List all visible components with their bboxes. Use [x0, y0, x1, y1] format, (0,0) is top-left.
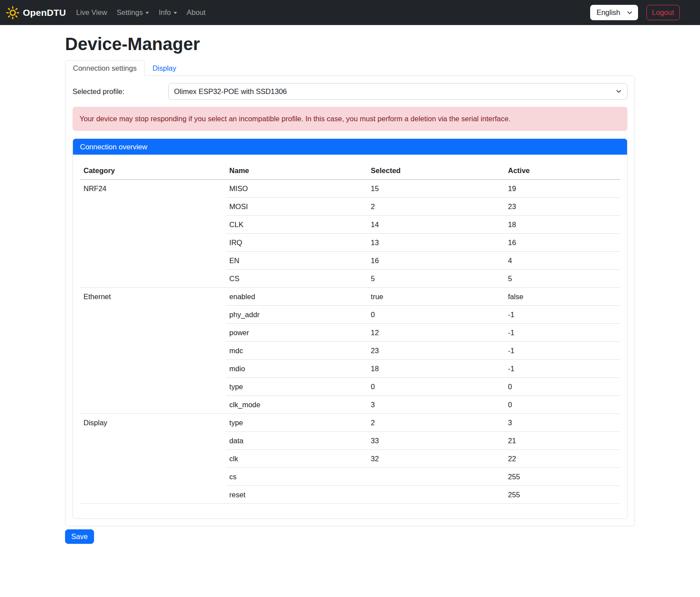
- name-cell: clk: [226, 450, 367, 468]
- active-cell: -1: [504, 342, 620, 360]
- selected-cell: [367, 468, 504, 486]
- name-cell: clk_mode: [226, 396, 367, 414]
- profile-select-value: Olimex ESP32-POE with SSD1306: [174, 87, 616, 96]
- name-cell: MOSI: [226, 198, 367, 216]
- chevron-down-icon: [627, 10, 633, 16]
- page-title: Device-Manager: [65, 34, 635, 54]
- main-container: Device-Manager Connection settings Displ…: [65, 34, 635, 544]
- column-header: Category: [80, 162, 226, 180]
- active-cell: 255: [504, 468, 620, 486]
- name-cell: EN: [226, 252, 367, 270]
- selected-cell: 16: [367, 252, 504, 270]
- nav-item-settings[interactable]: Settings: [112, 5, 154, 20]
- tab-bar: Connection settings Display: [65, 60, 635, 76]
- name-cell: enabled: [226, 288, 367, 306]
- connection-overview-header: Connection overview: [73, 139, 627, 155]
- active-cell: 0: [504, 396, 620, 414]
- active-cell: 4: [504, 252, 620, 270]
- selected-cell: 2: [367, 414, 504, 432]
- sun-icon: [6, 6, 19, 19]
- name-cell: mdio: [226, 360, 367, 378]
- table-header-row: CategoryNameSelectedActive: [80, 162, 620, 180]
- brand[interactable]: OpenDTU: [6, 6, 66, 19]
- selected-cell: 0: [367, 378, 504, 396]
- active-cell: -1: [504, 324, 620, 342]
- logout-button[interactable]: Logout: [646, 5, 680, 20]
- chevron-down-icon: [616, 88, 622, 94]
- danger-alert: Your device may stop responding if you s…: [73, 107, 627, 131]
- selected-cell: 13: [367, 234, 504, 252]
- selected-cell: 15: [367, 180, 504, 198]
- name-cell: IRQ: [226, 234, 367, 252]
- name-cell: MISO: [226, 180, 367, 198]
- dropdown-caret-icon: [174, 12, 177, 14]
- save-button[interactable]: Save: [65, 529, 94, 544]
- selected-cell: 32: [367, 450, 504, 468]
- nav-item-label: Info: [159, 8, 171, 17]
- profile-row: Selected profile: Olimex ESP32-POE with …: [73, 83, 627, 100]
- active-cell: 18: [504, 216, 620, 234]
- language-select[interactable]: English: [590, 5, 638, 20]
- profile-label: Selected profile:: [73, 87, 168, 96]
- nav-item-info[interactable]: Info: [154, 5, 182, 20]
- name-cell: reset: [226, 486, 367, 504]
- nav-item-about[interactable]: About: [182, 5, 210, 20]
- tab-display[interactable]: Display: [145, 60, 184, 76]
- nav-item-label: About: [187, 8, 206, 17]
- name-cell: cs: [226, 468, 367, 486]
- active-cell: 5: [504, 270, 620, 288]
- overview-table-body: NRF24MISO1519MOSI223CLK1418IRQ1316EN164C…: [80, 180, 620, 504]
- selected-cell: 12: [367, 324, 504, 342]
- active-cell: 255: [504, 486, 620, 504]
- name-cell: mdc: [226, 342, 367, 360]
- selected-cell: 3: [367, 396, 504, 414]
- selected-cell: 2: [367, 198, 504, 216]
- selected-cell: 18: [367, 360, 504, 378]
- table-row: Displaytype23: [80, 414, 620, 432]
- selected-cell: 14: [367, 216, 504, 234]
- active-cell: 23: [504, 198, 620, 216]
- name-cell: CLK: [226, 216, 367, 234]
- nav-links: Live View Settings Info About: [71, 5, 210, 20]
- category-cell: NRF24: [80, 180, 226, 288]
- tab-content-card: Selected profile: Olimex ESP32-POE with …: [65, 76, 635, 526]
- language-select-value: English: [596, 8, 620, 17]
- name-cell: type: [226, 378, 367, 396]
- selected-cell: true: [367, 288, 504, 306]
- dropdown-caret-icon: [145, 12, 149, 14]
- column-header: Active: [504, 162, 620, 180]
- name-cell: phy_addr: [226, 306, 367, 324]
- active-cell: -1: [504, 360, 620, 378]
- nav-item-label: Live View: [76, 8, 107, 17]
- selected-cell: 23: [367, 342, 504, 360]
- connection-overview-card: Connection overview CategoryNameSelected…: [73, 138, 627, 519]
- name-cell: type: [226, 414, 367, 432]
- name-cell: data: [226, 432, 367, 450]
- active-cell: false: [504, 288, 620, 306]
- name-cell: CS: [226, 270, 367, 288]
- table-row: NRF24MISO1519: [80, 180, 620, 198]
- active-cell: 22: [504, 450, 620, 468]
- active-cell: 19: [504, 180, 620, 198]
- selected-cell: 33: [367, 432, 504, 450]
- profile-select[interactable]: Olimex ESP32-POE with SSD1306: [168, 83, 627, 100]
- selected-cell: 0: [367, 306, 504, 324]
- nav-item-label: Settings: [117, 8, 143, 17]
- active-cell: -1: [504, 306, 620, 324]
- selected-cell: [367, 486, 504, 504]
- table-row: Ethernetenabledtruefalse: [80, 288, 620, 306]
- column-header: Selected: [367, 162, 504, 180]
- selected-cell: 5: [367, 270, 504, 288]
- active-cell: 21: [504, 432, 620, 450]
- nav-item-live-view[interactable]: Live View: [71, 5, 112, 20]
- navbar: OpenDTU Live View Settings Info About En…: [0, 0, 700, 25]
- tab-connection-settings[interactable]: Connection settings: [65, 60, 145, 76]
- category-cell: Display: [80, 414, 226, 504]
- active-cell: 3: [504, 414, 620, 432]
- brand-title: OpenDTU: [23, 7, 66, 18]
- active-cell: 0: [504, 378, 620, 396]
- active-cell: 16: [504, 234, 620, 252]
- connection-overview-table: CategoryNameSelectedActive NRF24MISO1519…: [80, 162, 620, 504]
- column-header: Name: [226, 162, 367, 180]
- name-cell: power: [226, 324, 367, 342]
